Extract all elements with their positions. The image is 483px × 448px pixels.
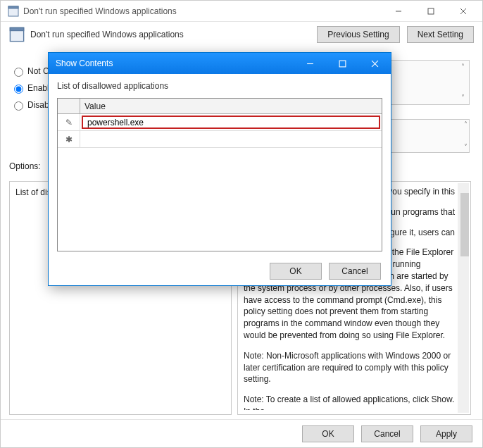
close-button[interactable] [358, 53, 391, 74]
radio-enabled-input[interactable] [14, 85, 23, 94]
table-row[interactable]: ✎ [58, 114, 382, 131]
dialog-title: Show Contents [56, 58, 294, 68]
window-title-bar: Don't run specified Windows applications [1, 1, 482, 22]
next-setting-button[interactable]: Next Setting [407, 26, 474, 43]
dialog-button-bar: OK Cancel [49, 257, 391, 285]
policy-name-heading: Don't run specified Windows applications [30, 30, 310, 39]
minimize-button[interactable] [382, 1, 415, 22]
maximize-button[interactable] [415, 1, 447, 22]
dialog-title-bar: Show Contents [49, 53, 391, 74]
ok-button[interactable]: OK [270, 263, 322, 280]
help-paragraph: Note: To create a list of allowed applic… [244, 394, 455, 410]
value-cell[interactable] [80, 114, 382, 130]
minimize-button[interactable] [294, 53, 326, 74]
help-scroll-thumb[interactable] [460, 193, 469, 256]
chevron-down-icon[interactable]: ˅ [464, 144, 468, 151]
subheader: Don't run specified Windows applications… [1, 22, 482, 47]
row-marker-edit-icon: ✎ [58, 114, 80, 130]
maximize-button[interactable] [326, 53, 358, 74]
value-grid[interactable]: Value ✎ ✱ [57, 98, 382, 251]
value-input[interactable] [86, 117, 376, 128]
gpedit-icon [9, 27, 25, 42]
column-header-value[interactable]: Value [80, 99, 382, 113]
grid-corner [58, 99, 80, 113]
chevron-down-icon[interactable]: ˅ [458, 93, 468, 103]
svg-rect-3 [428, 8, 434, 14]
svg-rect-7 [10, 27, 23, 30]
apply-button[interactable]: Apply [420, 425, 472, 442]
row-marker-new-icon: ✱ [58, 131, 80, 147]
svg-rect-9 [339, 61, 346, 67]
value-input-wrap[interactable] [82, 116, 380, 129]
show-contents-dialog: Show Contents List of disallowed applica… [48, 52, 391, 286]
dialog-button-bar: OK Cancel Apply [1, 419, 482, 447]
chevron-up-icon[interactable]: ˄ [464, 121, 468, 128]
ok-button[interactable]: OK [302, 425, 354, 442]
table-row[interactable]: ✱ [58, 131, 382, 148]
options-label: Options: [9, 161, 41, 171]
cancel-button[interactable]: Cancel [361, 425, 413, 442]
cancel-button[interactable]: Cancel [329, 263, 381, 280]
radio-disabled-input[interactable] [14, 101, 23, 111]
radio-not-configured-input[interactable] [14, 68, 23, 77]
grid-header-row: Value [58, 99, 382, 114]
window-title: Don't run specified Windows applications [23, 6, 382, 16]
close-button[interactable] [447, 1, 479, 22]
svg-rect-1 [8, 6, 18, 8]
gpedit-icon [8, 6, 19, 17]
help-paragraph: Note: Non-Microsoft applications with Wi… [244, 350, 455, 385]
value-cell[interactable] [80, 131, 382, 147]
dialog-caption: List of disallowed applications [57, 81, 382, 91]
chevron-up-icon[interactable]: ˄ [458, 62, 468, 72]
previous-setting-button[interactable]: Previous Setting [317, 26, 399, 43]
